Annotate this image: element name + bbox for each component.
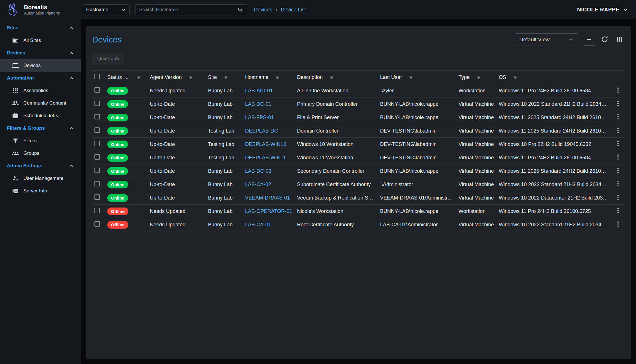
sidebar-item-community-content[interactable]: Community Content: [0, 97, 81, 109]
os-cell: Windows 10 2022 Standard 21H2 Build 2034…: [498, 178, 611, 191]
column-filter-icon[interactable]: [408, 75, 414, 80]
row-menu-icon[interactable]: [614, 153, 622, 161]
table-row[interactable]: Offline Needs Updated Bunny Lab LAB-OPER…: [92, 205, 625, 218]
hostname-link[interactable]: LAB-CA-01: [245, 218, 296, 231]
row-checkbox[interactable]: [94, 127, 100, 133]
sidebar-section-admin-settings[interactable]: Admin Settings: [0, 160, 81, 172]
table-row[interactable]: Online Up-to-Date Bunny Lab LAB-FPS-01 F…: [92, 111, 625, 124]
row-menu-icon[interactable]: [614, 180, 622, 188]
row-menu-icon[interactable]: [614, 100, 622, 107]
column-filter-icon[interactable]: [512, 75, 518, 80]
table-row[interactable]: Online Needs Updated Bunny Lab LAB-AIO-0…: [92, 84, 625, 97]
devices-panel: Devices Default View: [86, 26, 631, 359]
hostname-link[interactable]: DEEPLAB-DC: [245, 124, 296, 138]
search-field-selector[interactable]: Hostname: [83, 4, 130, 15]
row-menu-icon[interactable]: [614, 140, 622, 147]
hostname-link[interactable]: LAB-FPS-01: [245, 111, 296, 124]
search-input[interactable]: [139, 7, 237, 13]
column-header-hostname[interactable]: Hostname: [245, 71, 296, 84]
column-header-os[interactable]: OS: [498, 71, 611, 84]
table-row[interactable]: Online Up-to-Date Testing Lab DEEPLAB-DC…: [92, 124, 625, 138]
description-cell: Domain Controller: [296, 124, 379, 138]
column-header-site[interactable]: Site: [207, 71, 245, 84]
row-checkbox[interactable]: [94, 141, 100, 146]
row-checkbox[interactable]: [94, 181, 100, 186]
row-checkbox[interactable]: [94, 168, 100, 173]
sidebar-item-devices[interactable]: Devices: [0, 59, 81, 72]
sidebar-item-assemblies[interactable]: Assemblies: [0, 84, 81, 97]
row-checkbox[interactable]: [94, 101, 100, 106]
sidebar-item-label: Assemblies: [23, 88, 48, 93]
sidebar-item-scheduled-jobs[interactable]: Scheduled Jobs: [0, 109, 81, 122]
table-row[interactable]: Online Up-to-Date Bunny Lab LAB-DC-01 Pr…: [92, 97, 625, 111]
sidebar-item-user-management[interactable]: User Management: [0, 172, 81, 185]
hostname-link[interactable]: LAB-AIO-01: [245, 84, 296, 97]
quick-job-button[interactable]: Quick Job: [92, 53, 124, 65]
hostname-link[interactable]: LAB-CA-02: [245, 178, 296, 191]
row-checkbox[interactable]: [94, 114, 100, 119]
sidebar-section-automation[interactable]: Automation: [0, 72, 81, 84]
columns-button[interactable]: [614, 34, 625, 45]
select-all-checkbox[interactable]: [94, 74, 100, 79]
column-header-status[interactable]: Status: [107, 71, 149, 84]
brand[interactable]: Borealis Automation Platform: [0, 2, 81, 17]
row-menu-icon[interactable]: [614, 127, 622, 134]
column-header-description[interactable]: Description: [296, 71, 379, 84]
row-menu-icon[interactable]: [614, 167, 622, 174]
columns-icon: [615, 35, 623, 43]
column-filter-icon[interactable]: [275, 75, 280, 80]
row-menu-icon[interactable]: [614, 194, 622, 201]
search-field-value: Hostname: [86, 7, 108, 13]
column-filter-icon[interactable]: [223, 75, 229, 80]
hostname-link[interactable]: LAB-OPERATOR-01: [245, 205, 296, 218]
hostname-link[interactable]: DEEPLAB-WIN11: [245, 151, 296, 164]
row-checkbox[interactable]: [94, 154, 100, 160]
table-row[interactable]: Online Up-to-Date Bunny Lab LAB-DC-03 Se…: [92, 164, 625, 178]
refresh-button[interactable]: [599, 34, 610, 45]
sidebar-section-sites[interactable]: Sites: [0, 22, 81, 34]
row-menu-icon[interactable]: [614, 220, 622, 228]
hostname-link[interactable]: LAB-DC-01: [245, 97, 296, 111]
hostname-link[interactable]: VEEAM-DRAAS-01: [245, 191, 296, 205]
column-filter-icon[interactable]: [188, 75, 193, 80]
view-selector[interactable]: Default View: [515, 33, 578, 46]
column-header-last-user[interactable]: Last User: [379, 71, 458, 84]
add-view-button[interactable]: [583, 34, 595, 46]
user-menu[interactable]: NICOLE RAPPE: [577, 7, 629, 13]
sort-desc-icon[interactable]: [124, 74, 130, 80]
column-filter-icon[interactable]: [476, 75, 481, 80]
table-row[interactable]: Online Up-to-Date Testing Lab DEEPLAB-WI…: [92, 151, 625, 164]
breadcrumb-device-list[interactable]: Device List: [281, 7, 306, 13]
scheduled-jobs-icon: [12, 112, 19, 119]
row-checkbox[interactable]: [94, 87, 100, 93]
search-icon[interactable]: [237, 7, 243, 13]
table-row[interactable]: Online Up-to-Date Testing Lab DEEPLAB-WI…: [92, 138, 625, 151]
hostname-link[interactable]: LAB-DC-03: [245, 164, 296, 178]
row-menu-icon[interactable]: [614, 113, 622, 121]
column-filter-icon[interactable]: [329, 75, 334, 80]
table-row[interactable]: Online Up-to-Date Bunny Lab VEEAM-DRAAS-…: [92, 191, 625, 205]
row-checkbox[interactable]: [94, 221, 100, 227]
row-checkbox[interactable]: [94, 208, 100, 213]
sidebar-item-groups[interactable]: Groups: [0, 147, 81, 160]
column-header-agent-version[interactable]: Agent Version: [149, 71, 207, 84]
sidebar-item-server-info[interactable]: Server Info: [0, 185, 81, 197]
sidebar-item-filters[interactable]: Filters: [0, 135, 81, 147]
row-checkbox[interactable]: [94, 194, 100, 200]
agent-version-cell: Needs Updated: [149, 84, 207, 97]
sidebar-item-all-sites[interactable]: All Sites: [0, 34, 81, 47]
row-menu-icon[interactable]: [614, 86, 622, 94]
table-row[interactable]: Online Up-to-Date Bunny Lab LAB-CA-02 Su…: [92, 178, 625, 191]
sidebar-section-filters-groups[interactable]: Filters & Groups: [0, 122, 81, 135]
column-filter-icon[interactable]: [136, 75, 142, 80]
agent-version-cell: Up-to-Date: [149, 151, 207, 164]
sidebar-section-devices[interactable]: Devices: [0, 47, 81, 59]
sidebar-item-label: Scheduled Jobs: [23, 113, 58, 119]
sites-icon: [12, 37, 19, 44]
table-row[interactable]: Offline Needs Updated Bunny Lab LAB-CA-0…: [92, 218, 625, 231]
hostname-link[interactable]: DEEPLAB-WIN10: [245, 138, 296, 151]
breadcrumb-devices[interactable]: Devices: [254, 7, 272, 13]
column-header-type[interactable]: Type: [458, 71, 498, 84]
row-menu-icon[interactable]: [614, 207, 622, 214]
section-label: Devices: [7, 50, 25, 56]
